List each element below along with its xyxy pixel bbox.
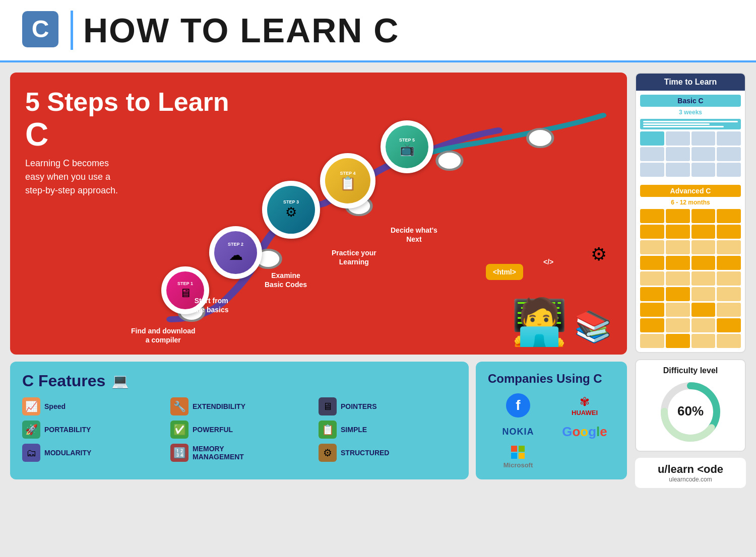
waypoint-1-label: Find and downloada compiler: [131, 326, 196, 344]
features-grid: 📈 Speed 🔧 EXTENDIBILITY 🖥 POINTERS: [22, 397, 457, 462]
steps-section: 5 Steps to Learn C Learning C becomes ea…: [10, 73, 627, 355]
ttl-basic-section: Basic C 3 weeks: [636, 91, 745, 181]
feature-speed: 📈 Speed: [22, 397, 160, 415]
companies-logos: f ✾ HUAWEI NOKIA Google: [488, 393, 615, 469]
features-title: C Features 💻: [22, 372, 457, 390]
speed-icon: 📈: [22, 397, 40, 415]
step-3-label: STEP 3: [283, 199, 299, 204]
simple-icon: 📋: [319, 421, 337, 439]
feature-portability: 🚀 PORTABILITY: [22, 421, 160, 439]
svg-text:f: f: [516, 397, 521, 413]
company-facebook: f: [488, 393, 548, 418]
pointers-icon: 🖥: [319, 397, 337, 415]
svg-point-8: [528, 129, 553, 147]
feature-powerful: ✅ POWERFUL: [170, 421, 308, 439]
waypoint-4-label: Practice yourLearning: [332, 248, 376, 266]
company-google: Google: [554, 424, 615, 440]
structured-icon: ⚙: [319, 444, 337, 462]
ttl-advanced-grid: [640, 209, 741, 254]
right-sidebar: Time to Learn Basic C 3 weeks: [635, 73, 746, 488]
step-3-circle: STEP 3 ⚙: [262, 181, 320, 239]
illustration-area: <html> </> ⚙ 🧑‍💻 📚: [471, 234, 617, 344]
difficulty-title: Difficulty level: [642, 366, 739, 375]
step-2-label: STEP 2: [228, 242, 243, 247]
svg-point-7: [437, 152, 462, 170]
ttl-basic-weeks: 3 weeks: [640, 109, 741, 116]
feature-modularity: 🗂 MODULARITY: [22, 444, 160, 462]
waypoint-2-label: Start fromthe basics: [194, 296, 228, 314]
left-panel: 5 Steps to Learn C Learning C becomes ea…: [10, 73, 627, 488]
ttl-advanced-section: Advanced C 6 - 12 months: [636, 181, 745, 352]
header: C HOW TO LEARN C: [0, 0, 756, 62]
waypoint-5-label: Decide what'sNext: [391, 226, 437, 244]
company-microsoft: Microsoft: [488, 446, 548, 469]
company-nokia: NOKIA: [488, 427, 548, 437]
brand-name: u/learn <ode: [640, 463, 741, 476]
time-to-learn-box: Time to Learn Basic C 3 weeks: [635, 73, 746, 353]
steps-path-area: STEP 1 🖥 STEP 2 ☁ STEP 3 ⚙: [101, 83, 617, 344]
bottom-row: C Features 💻 📈 Speed 🔧 EXTENDIBILITY: [10, 362, 627, 479]
step-4-label: STEP 4: [340, 171, 356, 176]
feature-structured: ⚙ STRUCTURED: [319, 444, 457, 462]
step-2-circle: STEP 2 ☁: [209, 226, 262, 279]
extendibility-icon: 🔧: [170, 397, 188, 415]
feature-simple: 📋 SIMPLE: [319, 421, 457, 439]
ttl-title: Time to Learn: [636, 74, 745, 91]
features-section: C Features 💻 📈 Speed 🔧 EXTENDIBILITY: [10, 362, 469, 479]
portability-icon: 🚀: [22, 421, 40, 439]
feature-pointers: 🖥 POINTERS: [319, 397, 457, 415]
difficulty-box: Difficulty level 60%: [635, 359, 746, 452]
page-title: HOW TO LEARN C: [71, 11, 399, 50]
svg-text:C: C: [32, 16, 49, 42]
memory-icon: 🔢: [170, 444, 188, 462]
companies-section: Companies Using C f ✾ HUAWEI: [476, 362, 627, 479]
ttl-advanced-weeks: 6 - 12 months: [640, 199, 741, 206]
branding-box: u/learn <ode ulearncode.com: [635, 458, 746, 488]
feature-memory: 🔢 MEMORY MANAGEMENT: [170, 444, 308, 462]
step-5-label: STEP 5: [399, 137, 415, 143]
svg-text:60%: 60%: [677, 403, 704, 419]
ttl-basic-grid: [640, 131, 741, 177]
step-5-circle: STEP 5 📺: [381, 120, 433, 173]
step-4-circle: STEP 4 📋: [320, 153, 375, 208]
ttl-basic-lines: [640, 119, 741, 129]
modularity-icon: 🗂: [22, 444, 40, 462]
powerful-icon: ✅: [170, 421, 188, 439]
ttl-advanced-title: Advanced C: [640, 185, 741, 197]
difficulty-chart: 60%: [658, 379, 723, 445]
c-logo: C: [20, 9, 60, 51]
main-content: 5 Steps to Learn C Learning C becomes ea…: [0, 62, 756, 493]
feature-extendibility: 🔧 EXTENDIBILITY: [170, 397, 308, 415]
waypoint-3-label: ExamineBasic Codes: [265, 271, 307, 289]
companies-title: Companies Using C: [488, 372, 615, 386]
ttl-basic-title: Basic C: [640, 95, 741, 107]
company-huawei: ✾ HUAWEI: [554, 395, 615, 416]
step-1-label: STEP 1: [177, 281, 193, 286]
brand-url: ulearncode.com: [640, 476, 741, 483]
